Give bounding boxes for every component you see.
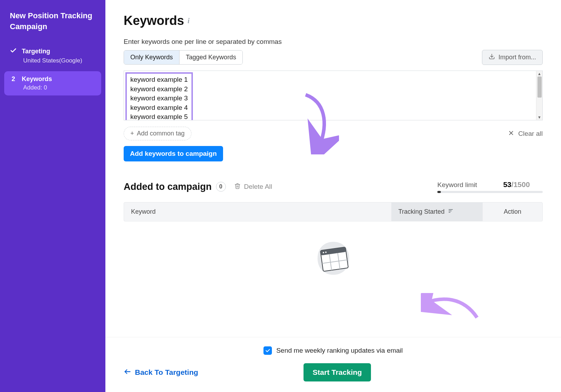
added-title-text: Added to campaign — [124, 181, 212, 192]
sidebar-title: New Position Tracking Campaign — [0, 11, 105, 43]
delete-all-button[interactable]: Delete All — [234, 183, 272, 191]
limit-used: 53 — [503, 180, 511, 188]
clear-all-button[interactable]: Clear all — [508, 130, 543, 138]
keywords-entered-highlight: keyword example 1 keyword example 2 keyw… — [125, 72, 193, 120]
trash-icon — [234, 183, 241, 191]
limit-progress-fill — [437, 191, 441, 193]
add-keywords-button[interactable]: Add keywords to campaign — [124, 146, 223, 161]
close-icon — [508, 130, 514, 138]
sidebar-step-keywords[interactable]: 2 Keywords Added: 0 — [4, 71, 101, 95]
scroll-down-icon[interactable]: ▼ — [537, 115, 541, 119]
step-sub: United States(Google) — [23, 57, 105, 64]
weekly-email-checkbox[interactable] — [263, 346, 272, 355]
added-section-title: Added to campaign 0 — [124, 181, 226, 192]
limit-total: 1500 — [514, 180, 530, 188]
footer: Send me weekly ranking updates via email… — [105, 337, 561, 392]
import-button[interactable]: Import from... — [482, 50, 543, 65]
keyword-line: keyword example 5 — [130, 112, 188, 120]
sort-icon — [448, 208, 454, 215]
add-common-tag-label: Add common tag — [137, 130, 185, 137]
back-label: Back To Targeting — [135, 368, 198, 377]
tab-tagged-keywords[interactable]: Tagged Keywords — [179, 51, 242, 64]
info-icon[interactable]: i — [188, 17, 190, 25]
sidebar: New Position Tracking Campaign Targeting… — [0, 0, 105, 392]
plus-icon: + — [130, 130, 134, 137]
clear-all-label: Clear all — [518, 130, 543, 138]
page-title-text: Keywords — [124, 13, 184, 28]
scroll-up-icon[interactable]: ▲ — [537, 72, 541, 76]
import-button-label: Import from... — [498, 54, 536, 61]
keyword-limit: Keyword limit 53/1500 — [437, 180, 543, 193]
start-tracking-button[interactable]: Start Tracking — [304, 363, 371, 381]
weekly-email-label: Send me weekly ranking updates via email — [276, 347, 403, 354]
scroll-thumb[interactable] — [537, 77, 542, 98]
keywords-table-header: Keyword Tracking Started Action — [124, 202, 543, 221]
download-icon — [489, 53, 495, 61]
th-action: Action — [483, 202, 542, 221]
limit-progress-bar — [437, 191, 543, 193]
step-label: Keywords — [22, 75, 52, 83]
keyword-mode-toggle: Only Keywords Tagged Keywords — [124, 50, 243, 65]
check-icon — [10, 47, 17, 56]
sidebar-step-targeting[interactable]: Targeting United States(Google) — [0, 43, 105, 68]
limit-label: Keyword limit — [437, 181, 477, 188]
th-tracking-label: Tracking Started — [398, 208, 444, 215]
keywords-textarea[interactable]: keyword example 1 keyword example 2 keyw… — [124, 71, 543, 120]
tab-only-keywords[interactable]: Only Keywords — [124, 51, 179, 64]
keyword-line: keyword example 4 — [130, 103, 188, 113]
back-to-targeting-link[interactable]: Back To Targeting — [124, 368, 198, 377]
add-common-tag-button[interactable]: + Add common tag — [124, 127, 191, 140]
added-count-badge: 0 — [216, 182, 226, 192]
th-keyword[interactable]: Keyword — [124, 202, 391, 221]
arrow-left-icon — [124, 368, 131, 377]
instruction-text: Enter keywords one per line or separated… — [124, 38, 543, 46]
step-label: Targeting — [22, 48, 50, 55]
page-title: Keywords i — [124, 13, 543, 28]
main-panel: Keywords i Enter keywords one per line o… — [105, 0, 561, 392]
keyword-line: keyword example 3 — [130, 94, 188, 103]
delete-all-label: Delete All — [244, 183, 272, 191]
keyword-line: keyword example 2 — [130, 85, 188, 94]
step-sub: Added: 0 — [23, 84, 96, 91]
keyword-line: keyword example 1 — [130, 75, 188, 85]
empty-state-illustration — [124, 239, 543, 278]
th-tracking-started[interactable]: Tracking Started — [391, 202, 483, 221]
step-number: 2 — [10, 75, 17, 83]
annotation-arrow-icon — [421, 293, 484, 325]
scrollbar[interactable]: ▲ ▼ — [536, 71, 542, 120]
